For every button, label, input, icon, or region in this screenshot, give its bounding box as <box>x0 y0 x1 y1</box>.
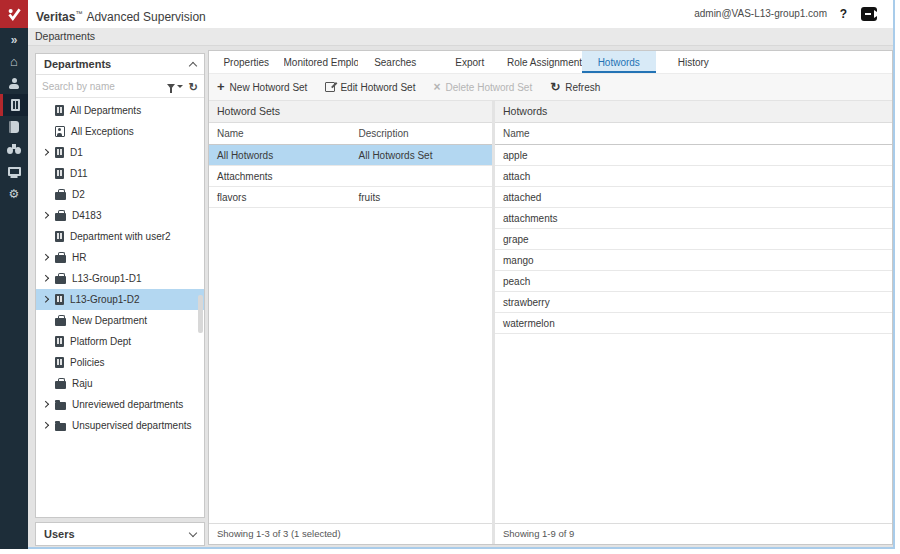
department-tree: All Departments All Exceptions D1 D11 D2… <box>36 100 204 517</box>
tab-export[interactable]: Export <box>433 51 508 73</box>
filter-icon[interactable] <box>167 84 175 89</box>
department-search-row <box>36 75 204 98</box>
hotword-row-mango[interactable]: mango <box>495 250 892 271</box>
hotword-set-row-flavors[interactable]: flavors fruits <box>209 187 492 208</box>
briefcase-icon <box>55 255 66 263</box>
hotword-row-peach[interactable]: peach <box>495 271 892 292</box>
tab-history[interactable]: History <box>656 51 731 73</box>
hotword-row-apple[interactable]: apple <box>495 145 892 166</box>
hotwords-title: Hotwords <box>495 101 892 123</box>
tab-properties[interactable]: Properties <box>209 51 284 73</box>
briefcase-icon <box>55 318 66 326</box>
delete-hotword-set-button[interactable]: Delete Hotword Set <box>433 82 532 93</box>
delete-x-icon <box>433 82 440 93</box>
help-button[interactable]: ? <box>840 0 847 28</box>
briefcase-icon <box>55 381 66 389</box>
hotword-sets-title: Hotword Sets <box>209 101 492 123</box>
veritas-logo <box>0 0 28 28</box>
hotwords-panels: Hotword Sets Name Description All Hotwor… <box>209 101 892 523</box>
tree-scrollbar-thumb[interactable] <box>198 295 203 333</box>
nav-settings-button[interactable] <box>0 182 28 204</box>
nav-expand-button[interactable] <box>0 28 28 50</box>
hotword-set-row-attachments[interactable]: Attachments <box>209 166 492 187</box>
tab-monitored-employees[interactable]: Monitored Employees <box>284 51 359 73</box>
nav-notebook-button[interactable] <box>0 116 28 138</box>
panel-divider <box>492 101 495 544</box>
tree-item-d4183[interactable]: D4183 <box>36 205 204 226</box>
column-description[interactable]: Description <box>351 128 493 139</box>
hotword-row-watermelon[interactable]: watermelon <box>495 313 892 334</box>
hotword-row-grape[interactable]: grape <box>495 229 892 250</box>
collapse-chevron-icon[interactable] <box>189 61 197 69</box>
tree-item-d11[interactable]: D11 <box>36 163 204 184</box>
departments-panel-title: Departments <box>44 58 111 70</box>
app-title: Veritas™Advanced Supervision <box>36 0 206 28</box>
tree-item-all-exceptions[interactable]: All Exceptions <box>36 121 204 142</box>
logout-icon[interactable] <box>861 7 877 21</box>
expand-chevron-icon[interactable] <box>43 213 55 218</box>
expand-chevron-icon[interactable] <box>43 255 55 260</box>
nav-departments-button[interactable] <box>0 94 28 116</box>
tree-item-all-departments[interactable]: All Departments <box>36 100 204 121</box>
user-email: admin@VAS-L13-group1.com <box>694 0 827 28</box>
hotword-set-row-all-hotwords[interactable]: All Hotwords All Hotwords Set <box>209 145 492 166</box>
edit-pencil-icon <box>325 82 335 92</box>
trademark: ™ <box>75 10 82 17</box>
breadcrumb: Departments <box>28 28 893 46</box>
tree-item-platform-dept[interactable]: Platform Dept <box>36 331 204 352</box>
hotwords-status: Showing 1-9 of 9 <box>495 523 892 544</box>
column-name[interactable]: Name <box>209 128 351 139</box>
tree-item-department-with-user2[interactable]: Department with user2 <box>36 226 204 247</box>
tree-item-unsupervised-departments[interactable]: Unsupervised departments <box>36 415 204 436</box>
tree-item-hr[interactable]: HR <box>36 247 204 268</box>
tab-hotwords[interactable]: Hotwords <box>582 51 657 73</box>
building-icon <box>55 336 64 347</box>
column-name[interactable]: Name <box>495 128 538 139</box>
exception-icon <box>55 126 65 137</box>
expand-chevron-icon[interactable] <box>43 276 55 281</box>
building-icon <box>55 168 64 179</box>
nav-rail <box>0 28 28 549</box>
tree-item-unreviewed-departments[interactable]: Unreviewed departments <box>36 394 204 415</box>
department-icon <box>11 99 20 111</box>
building-icon <box>55 357 64 368</box>
briefcase-icon <box>55 213 66 221</box>
main-panel: Properties Monitored Employees Searches … <box>208 50 893 545</box>
hotword-row-attachments[interactable]: attachments <box>495 208 892 229</box>
expand-chevron-icon[interactable] <box>43 402 55 407</box>
edit-hotword-set-button[interactable]: Edit Hotword Set <box>325 82 415 93</box>
hotword-row-attached[interactable]: attached <box>495 187 892 208</box>
tree-item-policies[interactable]: Policies <box>36 352 204 373</box>
hotword-row-strawberry[interactable]: strawberry <box>495 292 892 313</box>
expand-chevron-icon[interactable] <box>43 297 55 302</box>
tab-role-assignment[interactable]: Role Assignment <box>507 51 582 73</box>
nav-home-button[interactable] <box>0 50 28 72</box>
building-icon <box>55 231 64 242</box>
nav-search-button[interactable] <box>0 138 28 160</box>
users-panel-title: Users <box>44 528 75 540</box>
refresh-tree-icon[interactable] <box>183 77 198 95</box>
tree-item-d2[interactable]: D2 <box>36 184 204 205</box>
folder-icon <box>55 423 66 431</box>
tree-item-l13-group1-d2[interactable]: L13-Group1-D2 <box>36 289 204 310</box>
hotword-row-attach[interactable]: attach <box>495 166 892 187</box>
expand-chevron-icon[interactable] <box>189 528 197 536</box>
expand-chevron-icon[interactable] <box>43 150 55 155</box>
tree-item-l13-group1-d1[interactable]: L13-Group1-D1 <box>36 268 204 289</box>
veritas-logo-icon <box>6 6 23 23</box>
tree-item-raju[interactable]: Raju <box>36 373 204 394</box>
tab-searches[interactable]: Searches <box>358 51 433 73</box>
tree-item-new-department[interactable]: New Department <box>36 310 204 331</box>
expand-chevron-icon[interactable] <box>43 423 55 428</box>
hotword-sets-panel: Hotword Sets Name Description All Hotwor… <box>209 101 492 523</box>
users-panel-header[interactable]: Users <box>35 522 205 546</box>
tree-item-d1[interactable]: D1 <box>36 142 204 163</box>
refresh-button[interactable]: Refresh <box>550 82 600 93</box>
binoculars-icon <box>7 144 21 154</box>
nav-monitor-button[interactable] <box>0 160 28 182</box>
departments-panel-header[interactable]: Departments <box>36 54 204 75</box>
nav-user-button[interactable] <box>0 72 28 94</box>
new-hotword-set-button[interactable]: New Hotword Set <box>217 82 307 93</box>
search-input[interactable] <box>42 81 167 92</box>
home-icon <box>10 52 18 70</box>
